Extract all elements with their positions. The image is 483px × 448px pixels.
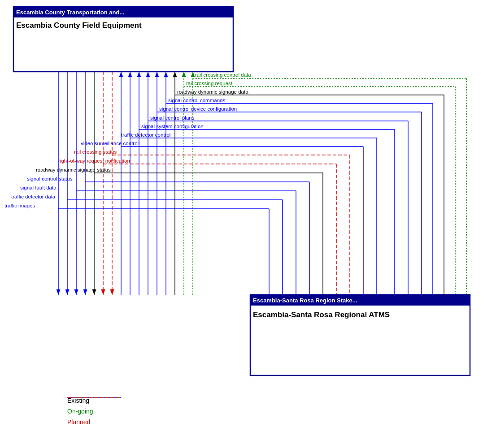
svg-text:Escambia County Field Equipmen: Escambia County Field Equipment xyxy=(16,21,142,30)
svg-text:signal system configuration: signal system configuration xyxy=(141,124,204,129)
svg-text:roadway dynamic signage data: roadway dynamic signage data xyxy=(177,89,248,95)
svg-text:traffic detector control: traffic detector control xyxy=(121,132,170,138)
legend-planned: Planned xyxy=(67,418,93,426)
svg-text:traffic detector data: traffic detector data xyxy=(11,194,56,199)
svg-rect-37 xyxy=(250,295,470,375)
svg-text:signal control status: signal control status xyxy=(27,176,73,181)
svg-text:roadway dynamic signage status: roadway dynamic signage status xyxy=(36,167,111,172)
svg-text:signal control device configur: signal control device configuration xyxy=(159,106,237,112)
svg-text:Escambia-Santa Rosa Regional A: Escambia-Santa Rosa Regional ATMS xyxy=(253,310,390,319)
svg-text:Escambia County Transportation: Escambia County Transportation and... xyxy=(16,9,124,16)
svg-text:rail crossing control data: rail crossing control data xyxy=(195,72,251,78)
svg-text:Escambia-Santa Rosa Region Sta: Escambia-Santa Rosa Region Stake... xyxy=(253,297,357,304)
legend: Existing On-going Planned xyxy=(67,397,93,426)
svg-text:signal control plans: signal control plans xyxy=(150,115,195,121)
svg-text:video surveillance control: video surveillance control xyxy=(81,141,139,146)
svg-text:rail crossing request: rail crossing request xyxy=(186,81,233,86)
svg-text:rail crossing status: rail crossing status xyxy=(74,149,117,155)
svg-text:traffic images: traffic images xyxy=(4,203,35,208)
svg-text:signal fault data: signal fault data xyxy=(20,185,57,190)
svg-text:signal control commands: signal control commands xyxy=(168,98,225,103)
